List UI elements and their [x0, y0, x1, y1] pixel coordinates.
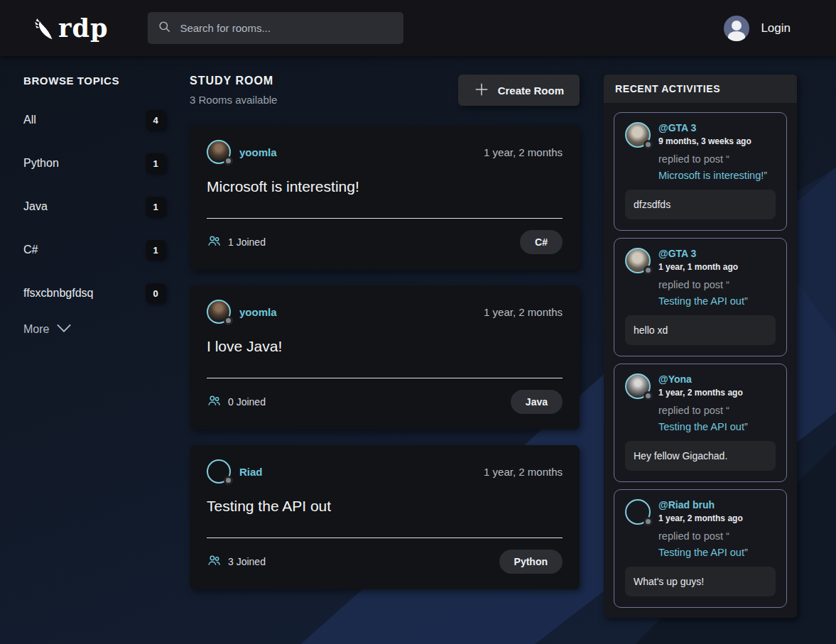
activity-post-link[interactable]: Microsoft is interesting! — [658, 170, 764, 181]
app-logo[interactable]: rdp — [33, 16, 108, 40]
room-title-link[interactable]: I love Java! — [207, 338, 563, 355]
room-feed: STUDY ROOM 3 Rooms available Create Room… — [190, 75, 580, 618]
activity-user-link[interactable]: @GTA 3 — [658, 248, 738, 259]
activity-post: Testing the API out” — [658, 421, 776, 432]
search-icon — [158, 20, 180, 36]
activity-action: replied to post “ — [658, 279, 776, 290]
topic-label: C# — [23, 244, 38, 256]
room-title-link[interactable]: Microsoft is interesting! — [207, 178, 563, 195]
divider — [207, 218, 563, 219]
activity-message: dfzsdfds — [625, 190, 776, 219]
sidebar-item-all[interactable]: All 4 — [23, 107, 165, 133]
activity-card: @GTA 3 1 year, 1 month ago replied to po… — [614, 238, 787, 356]
room-feed-header: STUDY ROOM 3 Rooms available Create Room — [190, 75, 580, 106]
room-age: 1 year, 2 months — [484, 466, 563, 478]
topic-label: Python — [23, 157, 59, 170]
people-icon — [207, 393, 222, 410]
status-dot — [644, 517, 653, 526]
topics-title: BROWSE TOPICS — [23, 75, 165, 87]
status-dot — [644, 391, 653, 400]
search-bar — [148, 12, 403, 44]
status-dot — [644, 266, 653, 275]
topics-more-button[interactable]: More — [23, 323, 165, 336]
user-avatar[interactable] — [207, 140, 231, 164]
page-title: STUDY ROOM — [190, 75, 277, 87]
guest-avatar[interactable] — [724, 16, 749, 41]
activity-time: 1 year, 2 months ago — [658, 513, 743, 523]
room-card: yoomla 1 year, 2 months Microsoft is int… — [190, 126, 580, 270]
create-room-label: Create Room — [498, 84, 564, 97]
activity-message: hello xd — [625, 315, 776, 345]
room-topic-badge[interactable]: C# — [520, 230, 563, 254]
user-avatar[interactable] — [207, 300, 231, 324]
navbar: rdp Login — [0, 0, 836, 56]
activity-card: @GTA 3 9 months, 3 weeks ago replied to … — [614, 112, 787, 231]
room-card: Riad 1 year, 2 months Testing the API ou… — [190, 445, 580, 589]
topic-count-badge: 1 — [146, 240, 165, 260]
user-avatar[interactable] — [625, 373, 651, 399]
activity-time: 9 months, 3 weeks ago — [658, 136, 751, 146]
browse-topics-sidebar: BROWSE TOPICS All 4 Python 1 Java 1 C# 1… — [23, 75, 165, 618]
page-content: BROWSE TOPICS All 4 Python 1 Java 1 C# 1… — [0, 56, 836, 618]
activity-time: 1 year, 2 months ago — [658, 388, 743, 398]
room-list: yoomla 1 year, 2 months Microsoft is int… — [190, 126, 580, 589]
activity-action: replied to post “ — [658, 530, 776, 542]
feather-logo-icon — [33, 16, 55, 40]
sidebar-item-java[interactable]: Java 1 — [23, 193, 165, 220]
activity-post-link[interactable]: Testing the API out — [658, 295, 744, 307]
activity-message: Hey fellow Gigachad. — [625, 441, 776, 471]
user-avatar[interactable] — [625, 499, 651, 525]
more-label: More — [23, 323, 49, 336]
logo-text: rdp — [58, 16, 108, 40]
activity-card: @Yona 1 year, 2 months ago replied to po… — [614, 364, 787, 482]
topic-label: All — [23, 114, 36, 126]
activity-post-link[interactable]: Testing the API out — [658, 421, 744, 432]
room-title-link[interactable]: Testing the API out — [207, 498, 563, 515]
search-input[interactable] — [180, 22, 393, 34]
user-avatar[interactable] — [625, 248, 651, 273]
sidebar-item-python[interactable]: Python 1 — [23, 150, 165, 177]
activity-user-link[interactable]: @GTA 3 — [658, 122, 751, 133]
login-area[interactable]: Login — [724, 16, 791, 41]
activity-user-link[interactable]: @Yona — [658, 373, 743, 385]
topic-count-badge: 4 — [146, 110, 165, 130]
room-topic-badge[interactable]: Java — [511, 390, 563, 414]
user-avatar[interactable] — [207, 459, 231, 484]
activities-title: RECENT ACTIVITIES — [604, 75, 797, 103]
sidebar-item-csharp[interactable]: C# 1 — [23, 236, 165, 263]
joined-count: 1 Joined — [207, 234, 266, 251]
activity-post-link[interactable]: Testing the API out — [658, 547, 744, 558]
create-room-button[interactable]: Create Room — [458, 75, 580, 106]
user-avatar[interactable] — [625, 122, 651, 148]
sidebar-item-ffsxcbnbgfdsq[interactable]: ffsxcbnbgfdsq 0 — [23, 280, 165, 307]
divider — [207, 537, 563, 538]
activity-message: What's up guys! — [625, 567, 776, 596]
activity-time: 1 year, 1 month ago — [658, 262, 738, 272]
topic-label: Java — [23, 200, 48, 213]
status-dot — [224, 476, 233, 485]
status-dot — [224, 156, 233, 165]
activity-post: Microsoft is interesting!” — [658, 170, 776, 181]
activity-post: Testing the API out” — [658, 547, 776, 558]
topic-count-badge: 0 — [146, 283, 165, 303]
room-host-link[interactable]: Riad — [239, 466, 263, 478]
topic-count-badge: 1 — [146, 197, 165, 217]
activity-action: replied to post “ — [658, 405, 776, 416]
status-dot — [644, 140, 653, 149]
people-icon — [207, 553, 222, 570]
recent-activities-panel: RECENT ACTIVITIES @GTA 3 9 months, 3 wee… — [604, 75, 797, 618]
room-age: 1 year, 2 months — [484, 146, 563, 158]
plus-icon — [474, 82, 489, 99]
topic-count-badge: 1 — [146, 153, 165, 173]
room-host-link[interactable]: yoomla — [239, 146, 277, 158]
activity-post: Testing the API out” — [658, 295, 776, 307]
people-icon — [207, 234, 222, 251]
activity-user-link[interactable]: @Riad bruh — [658, 499, 743, 511]
room-host-link[interactable]: yoomla — [239, 306, 277, 318]
login-button[interactable]: Login — [761, 21, 791, 36]
room-topic-badge[interactable]: Python — [499, 550, 563, 574]
rooms-available-count: 3 Rooms available — [190, 94, 277, 106]
divider — [207, 378, 563, 378]
topic-label: ffsxcbnbgfdsq — [23, 287, 93, 300]
status-dot — [224, 316, 233, 325]
